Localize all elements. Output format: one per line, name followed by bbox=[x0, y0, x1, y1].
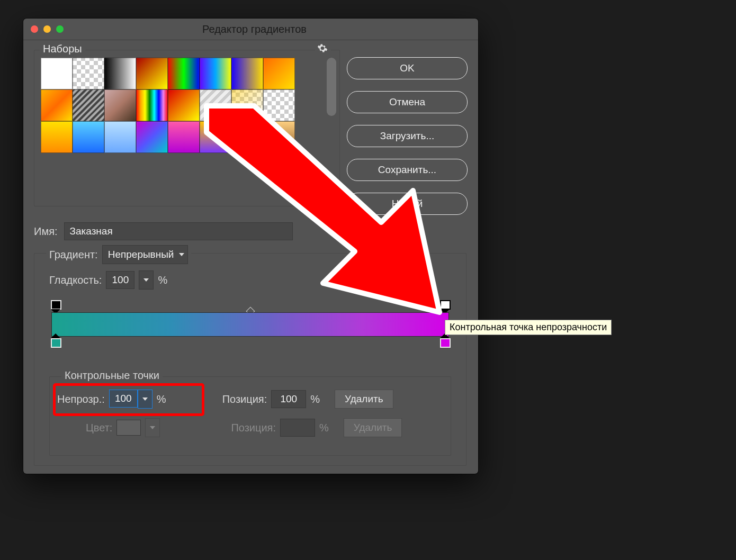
chevron-down-icon bbox=[142, 398, 148, 401]
preset-swatch[interactable] bbox=[104, 89, 136, 121]
smoothness-label: Гладкость: bbox=[49, 274, 102, 286]
preset-swatch[interactable] bbox=[200, 58, 231, 89]
smoothness-input[interactable]: 100 bbox=[106, 271, 134, 289]
cancel-button[interactable]: Отмена bbox=[347, 91, 468, 113]
preset-swatch[interactable] bbox=[41, 89, 73, 121]
preset-swatch[interactable] bbox=[41, 121, 73, 153]
preset-swatch[interactable] bbox=[263, 58, 295, 89]
opacity-stepper[interactable] bbox=[138, 390, 152, 409]
preset-swatch[interactable] bbox=[73, 89, 104, 121]
color-stepper[interactable] bbox=[145, 418, 160, 437]
opacity-label: Непрозр.: bbox=[57, 393, 105, 405]
chevron-down-icon bbox=[143, 278, 149, 282]
titlebar: Редактор градиентов bbox=[23, 19, 478, 40]
gradient-type-value: Непрерывный bbox=[108, 249, 174, 260]
gear-icon[interactable] bbox=[315, 43, 331, 55]
opacity-position-label: Позиция: bbox=[222, 393, 267, 405]
color-position-label: Позиция: bbox=[231, 422, 276, 434]
preset-swatch[interactable] bbox=[168, 121, 200, 153]
preset-swatch[interactable] bbox=[231, 89, 263, 121]
opacity-position-input[interactable]: 100 bbox=[271, 390, 306, 408]
save-button[interactable]: Сохранить... bbox=[347, 159, 468, 181]
preset-swatch[interactable] bbox=[263, 89, 295, 121]
window-title: Редактор градиентов bbox=[38, 23, 471, 35]
smoothness-stepper[interactable] bbox=[139, 270, 154, 290]
gradient-type-row: Градиент: Непрерывный bbox=[46, 245, 191, 264]
preset-swatch[interactable] bbox=[136, 58, 168, 89]
chevron-down-icon bbox=[179, 253, 184, 256]
preset-swatches bbox=[41, 58, 318, 200]
preset-swatch[interactable] bbox=[104, 58, 136, 89]
preset-swatch[interactable] bbox=[200, 89, 231, 121]
color-stop-left[interactable] bbox=[51, 337, 60, 349]
color-delete-button: Удалить bbox=[344, 418, 402, 437]
preset-swatch[interactable] bbox=[136, 89, 168, 121]
gradient-editor-window: Редактор градиентов Наборы bbox=[23, 19, 478, 474]
color-position-unit: % bbox=[319, 422, 329, 434]
preset-swatch[interactable] bbox=[41, 58, 73, 89]
gradient-preview-bar[interactable] bbox=[51, 312, 449, 337]
presets-fieldset: Наборы bbox=[34, 50, 340, 206]
control-points-label: Контрольные точки bbox=[61, 369, 163, 382]
color-position-input bbox=[280, 419, 315, 437]
ok-button[interactable]: OK bbox=[347, 57, 468, 79]
control-points-fieldset: Контрольные точки Непрозр.: 100 % Позици… bbox=[49, 376, 451, 456]
color-stop-right[interactable] bbox=[440, 337, 450, 349]
close-icon[interactable] bbox=[31, 25, 38, 33]
opacity-stop-right[interactable] bbox=[440, 301, 450, 311]
color-label: Цвет: bbox=[86, 422, 112, 434]
preset-swatch[interactable] bbox=[263, 121, 295, 153]
color-row: Цвет: Позиция: % Удалить bbox=[86, 418, 402, 437]
new-button[interactable]: Новый bbox=[347, 193, 468, 215]
preset-swatch[interactable] bbox=[231, 121, 263, 153]
opacity-input[interactable]: 100 bbox=[109, 390, 138, 408]
smoothness-row: Гладкость: 100 % bbox=[49, 270, 167, 290]
preset-swatch[interactable] bbox=[200, 121, 231, 153]
preset-swatch[interactable] bbox=[136, 121, 168, 153]
preset-swatch[interactable] bbox=[104, 121, 136, 153]
opacity-position-unit: % bbox=[310, 393, 320, 405]
opacity-delete-button[interactable]: Удалить bbox=[335, 390, 393, 409]
preset-swatch[interactable] bbox=[168, 58, 200, 89]
tooltip: Контрольная точка непрозрачности bbox=[445, 320, 612, 335]
presets-scrollbar[interactable] bbox=[327, 58, 336, 116]
action-buttons: OK Отмена Загрузить... Сохранить... Новы… bbox=[347, 57, 466, 215]
color-swatch[interactable] bbox=[116, 420, 141, 436]
preset-swatch[interactable] bbox=[73, 58, 104, 89]
preset-swatch[interactable] bbox=[231, 58, 263, 89]
gradient-bar-area bbox=[51, 304, 449, 337]
chevron-down-icon bbox=[150, 426, 155, 429]
presets-label: Наборы bbox=[40, 43, 85, 55]
smoothness-unit: % bbox=[158, 274, 167, 286]
opacity-row: Непрозр.: 100 % Позиция: 100 % Удалить bbox=[57, 390, 393, 409]
preset-swatch[interactable] bbox=[73, 121, 104, 153]
opacity-stop-left[interactable] bbox=[51, 301, 60, 311]
gradient-fieldset: Градиент: Непрерывный Гладкость: 100 % bbox=[34, 253, 466, 466]
opacity-unit: % bbox=[157, 393, 166, 405]
preset-swatch[interactable] bbox=[168, 89, 200, 121]
name-row: Имя: Заказная bbox=[34, 222, 293, 240]
load-button[interactable]: Загрузить... bbox=[347, 125, 468, 147]
name-input[interactable]: Заказная bbox=[64, 222, 293, 240]
name-label: Имя: bbox=[34, 225, 58, 238]
gradient-type-select[interactable]: Непрерывный bbox=[102, 245, 189, 264]
gradient-type-label: Градиент: bbox=[49, 249, 98, 261]
